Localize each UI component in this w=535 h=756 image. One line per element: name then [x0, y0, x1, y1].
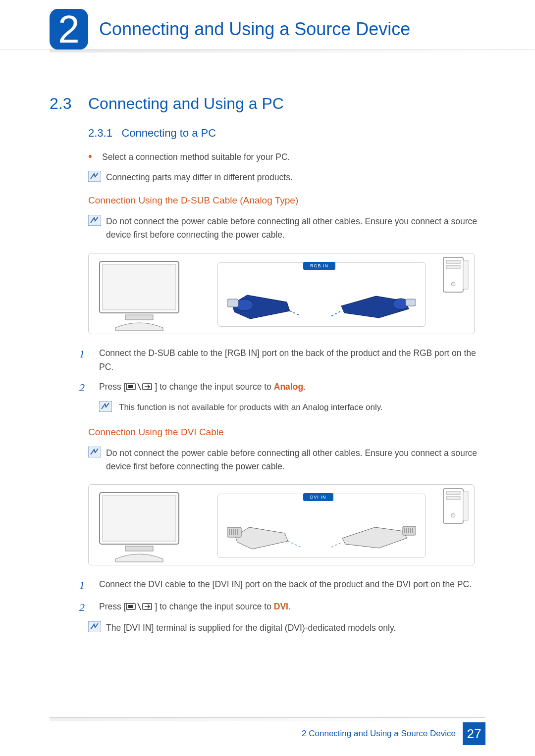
- section-heading: 2.3 Connecting and Using a PC: [50, 95, 485, 113]
- step-number: 1: [79, 576, 99, 594]
- footer-page-number: 27: [463, 722, 485, 745]
- dvi-connector-left: [227, 512, 302, 552]
- page-header: 2 Connecting and Using a Source Device: [0, 0, 535, 50]
- bullet-icon: •: [88, 151, 102, 164]
- dsub-connector-right: [331, 281, 416, 321]
- subsection-number: 2.3.1: [88, 127, 112, 139]
- note-icon: [88, 215, 102, 227]
- svg-rect-15: [128, 385, 133, 388]
- svg-rect-10: [446, 260, 460, 263]
- source-button-icon: [126, 602, 155, 611]
- svg-point-38: [451, 513, 455, 517]
- intro-note: Connecting parts may differ in different…: [88, 171, 485, 184]
- dvi-warning: Do not connect the power cable before co…: [88, 447, 485, 473]
- step2-suffix: .: [303, 382, 306, 392]
- step-number: 2: [79, 379, 99, 396]
- header-divider: [50, 50, 535, 52]
- dvi-diagram: DVI IN: [88, 484, 475, 565]
- pc-illustration: [441, 488, 469, 526]
- dvi-step1-text: Connect the DVI cable to the [DVI IN] po…: [99, 576, 485, 594]
- footer-chapter-text: 2 Connecting and Using a Source Device: [302, 729, 456, 739]
- monitor-illustration: [96, 258, 195, 332]
- intro-bullet-text: Select a connection method suitable for …: [102, 151, 290, 164]
- intro-note-text: Connecting parts may differ in different…: [106, 171, 485, 184]
- svg-rect-3: [103, 264, 176, 310]
- step2-source-label: DVI: [274, 602, 288, 611]
- step-number: 2: [79, 599, 99, 616]
- dsub-subnote: This function is not available for produ…: [99, 401, 485, 414]
- pc-illustration: [441, 256, 469, 295]
- dvi-step-2: 2 Press [] to change the input source to…: [79, 599, 485, 616]
- dsub-port-label: RGB IN: [303, 262, 335, 270]
- svg-rect-11: [446, 265, 460, 268]
- subsection-heading: 2.3.1 Connecting to a PC: [88, 127, 485, 140]
- dsub-step-1: 1 Connect the D-SUB cable to the [RGB IN…: [79, 345, 485, 374]
- svg-rect-36: [446, 492, 460, 495]
- step-number: 1: [79, 345, 99, 374]
- dvi-step-1: 1 Connect the DVI cable to the [DVI IN] …: [79, 576, 485, 594]
- svg-rect-6: [227, 299, 238, 307]
- subsection-title: Connecting to a PC: [121, 127, 216, 139]
- note-icon: [99, 401, 113, 413]
- page-footer: 2 Connecting and Using a Source Device 2…: [302, 722, 485, 745]
- chapter-number-badge: 2: [50, 9, 88, 50]
- svg-rect-37: [446, 497, 460, 500]
- source-button-icon: [126, 382, 155, 391]
- dsub-step1-text: Connect the D-SUB cable to the [RGB IN] …: [99, 345, 485, 374]
- svg-rect-22: [125, 546, 153, 551]
- dsub-step-2: 2 Press [] to change the input source to…: [79, 379, 485, 396]
- dsub-step2-text: Press [] to change the input source to A…: [99, 379, 485, 396]
- dsub-warning: Do not connect the power cable before co…: [88, 215, 485, 242]
- intro-bullet: • Select a connection method suitable fo…: [88, 151, 485, 164]
- note-icon: [88, 621, 102, 633]
- section-number: 2.3: [50, 95, 88, 113]
- dvi-port-label: DVI IN: [303, 493, 333, 501]
- step2-prefix: Press [: [99, 602, 126, 611]
- step2-mid: ] to change the input source to: [155, 602, 273, 611]
- content: 2.3 Connecting and Using a PC 2.3.1 Conn…: [0, 52, 535, 635]
- page: 2 Connecting and Using a Source Device 2…: [0, 0, 535, 756]
- dsub-subnote-text: This function is not available for produ…: [119, 401, 383, 414]
- svg-rect-13: [463, 260, 468, 289]
- svg-rect-39: [463, 492, 468, 520]
- dsub-diagram: RGB IN: [88, 253, 475, 334]
- step2-prefix: Press [: [99, 382, 126, 392]
- svg-rect-41: [128, 605, 133, 608]
- step2-source-label: Analog: [274, 382, 303, 392]
- dsub-warning-text: Do not connect the power cable before co…: [106, 215, 485, 242]
- dvi-connector-right: [331, 512, 416, 552]
- svg-rect-4: [125, 315, 153, 320]
- svg-point-12: [451, 282, 455, 286]
- dvi-subnote-text: The [DVI IN] terminal is supplied for th…: [106, 621, 485, 635]
- dvi-heading: Connection Using the DVI Cable: [88, 427, 485, 438]
- dvi-warning-text: Do not connect the power cable before co…: [106, 447, 485, 473]
- section-title: Connecting and Using a PC: [88, 95, 284, 113]
- dsub-connector-left: [227, 281, 302, 321]
- svg-rect-8: [406, 299, 416, 306]
- chapter-title: Connecting and Using a Source Device: [99, 19, 410, 40]
- footer-divider: [50, 717, 485, 721]
- dvi-subnote: The [DVI IN] terminal is supplied for th…: [88, 621, 485, 635]
- step2-mid: ] to change the input source to: [155, 382, 273, 392]
- monitor-illustration: [96, 490, 195, 563]
- dsub-heading: Connection Using the D-SUB Cable (Analog…: [88, 195, 485, 206]
- note-icon: [88, 447, 102, 458]
- svg-line-42: [138, 603, 141, 610]
- note-icon: [88, 171, 102, 183]
- svg-line-16: [138, 383, 141, 390]
- dvi-step2-text: Press [] to change the input source to D…: [99, 599, 485, 616]
- step2-suffix: .: [288, 602, 291, 611]
- svg-rect-21: [103, 496, 176, 541]
